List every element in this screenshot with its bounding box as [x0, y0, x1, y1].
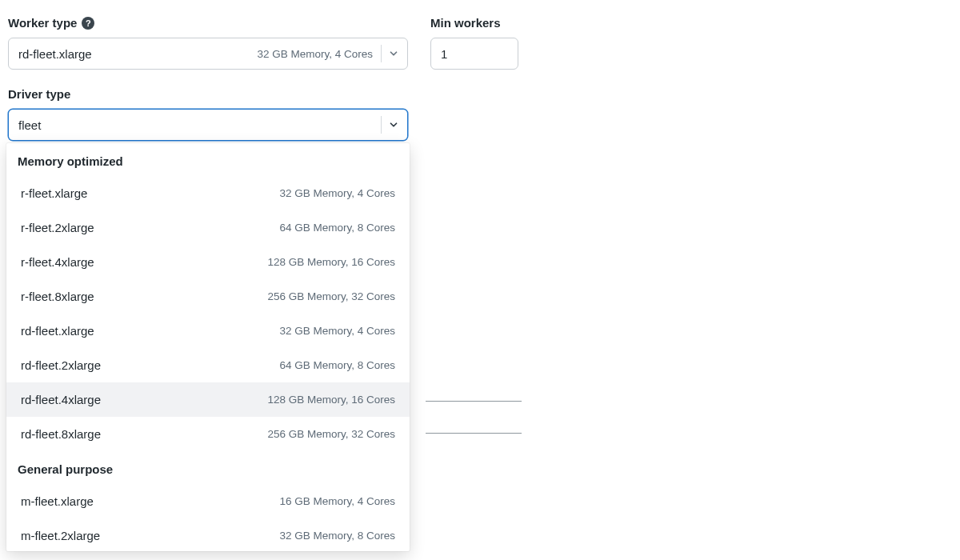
chevron-down-icon[interactable] [386, 46, 401, 61]
option-name: r-fleet.xlarge [21, 186, 87, 200]
dropdown-option[interactable]: rd-fleet.4xlarge128 GB Memory, 16 Cores [6, 382, 410, 417]
dropdown-group-header: General purpose [6, 451, 410, 484]
dropdown-option[interactable]: r-fleet.xlarge32 GB Memory, 4 Cores [6, 176, 410, 210]
option-name: r-fleet.4xlarge [21, 255, 94, 269]
option-spec: 32 GB Memory, 4 Cores [279, 325, 395, 337]
option-spec: 128 GB Memory, 16 Cores [267, 394, 395, 406]
dropdown-option[interactable]: m-fleet.xlarge16 GB Memory, 4 Cores [6, 484, 410, 518]
option-name: r-fleet.2xlarge [21, 221, 94, 234]
option-spec: 32 GB Memory, 8 Cores [279, 530, 395, 542]
option-name: rd-fleet.2xlarge [21, 358, 101, 372]
dropdown-option[interactable]: m-fleet.2xlarge32 GB Memory, 8 Cores [6, 518, 410, 551]
option-spec: 64 GB Memory, 8 Cores [279, 222, 395, 234]
option-name: rd-fleet.xlarge [21, 324, 94, 338]
option-name: m-fleet.2xlarge [21, 529, 100, 542]
driver-type-search-value: fleet [18, 118, 41, 132]
driver-type-select[interactable]: fleet [8, 109, 408, 141]
dropdown-option[interactable]: rd-fleet.2xlarge64 GB Memory, 8 Cores [6, 348, 410, 382]
worker-type-value: rd-fleet.xlarge [18, 47, 92, 61]
option-spec: 128 GB Memory, 16 Cores [267, 256, 395, 268]
dropdown-option[interactable]: r-fleet.8xlarge256 GB Memory, 32 Cores [6, 279, 410, 314]
dropdown-option[interactable]: rd-fleet.8xlarge256 GB Memory, 32 Cores [6, 417, 410, 451]
option-spec: 64 GB Memory, 8 Cores [279, 359, 395, 371]
option-spec: 256 GB Memory, 32 Cores [267, 290, 395, 302]
help-icon[interactable]: ? [82, 17, 94, 30]
chevron-down-icon[interactable] [386, 118, 401, 132]
dropdown-group-header: Memory optimized [6, 143, 410, 176]
option-name: rd-fleet.4xlarge [21, 393, 101, 406]
dropdown-option[interactable]: r-fleet.4xlarge128 GB Memory, 16 Cores [6, 245, 410, 279]
driver-type-label: Driver type [8, 87, 408, 101]
dropdown-option[interactable]: rd-fleet.xlarge32 GB Memory, 4 Cores [6, 314, 410, 348]
min-workers-label: Min workers [430, 16, 518, 30]
worker-type-field: Worker type ? rd-fleet.xlarge 32 GB Memo… [8, 16, 408, 70]
min-workers-input[interactable] [430, 38, 518, 70]
worker-type-label: Worker type ? [8, 16, 408, 30]
background-divider [426, 433, 522, 434]
option-name: rd-fleet.8xlarge [21, 427, 101, 441]
worker-type-select[interactable]: rd-fleet.xlarge 32 GB Memory, 4 Cores [8, 38, 408, 70]
min-workers-field: Min workers [430, 16, 518, 70]
option-name: m-fleet.xlarge [21, 494, 94, 508]
option-spec: 32 GB Memory, 4 Cores [279, 187, 395, 199]
dropdown-scroll[interactable]: Memory optimizedr-fleet.xlarge32 GB Memo… [6, 143, 410, 551]
worker-type-spec: 32 GB Memory, 4 Cores [257, 48, 373, 60]
worker-type-label-text: Worker type [8, 16, 77, 30]
driver-type-dropdown: Memory optimizedr-fleet.xlarge32 GB Memo… [6, 143, 410, 551]
dropdown-option[interactable]: r-fleet.2xlarge64 GB Memory, 8 Cores [6, 210, 410, 245]
option-name: r-fleet.8xlarge [21, 290, 94, 303]
option-spec: 256 GB Memory, 32 Cores [267, 428, 395, 440]
driver-type-field: Driver type fleet Memory optimizedr-flee… [8, 87, 408, 141]
option-spec: 16 GB Memory, 4 Cores [279, 495, 395, 507]
background-divider [426, 401, 522, 402]
